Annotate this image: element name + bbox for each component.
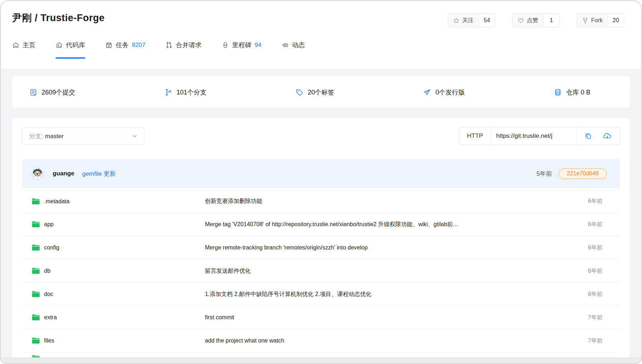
milestone-icon [222,42,229,49]
download-icon[interactable] [603,132,612,140]
protocol-select[interactable]: HTTP [459,127,491,145]
file-commit-message[interactable]: first commit [205,314,579,321]
praise-label: 点赞 [527,17,538,24]
stat-storage[interactable]: 仓库 0 B [554,88,590,97]
stat-releases[interactable]: 0个发行版 [423,88,465,97]
commits-icon [29,88,37,96]
repo-action-buttons: 关注 54 点赞 1 Fork [448,14,624,27]
latest-commit-row: guange gemfile 更新 5年前 221e70d648 [22,159,620,188]
file-row[interactable] [22,353,620,358]
page-title: 尹刚 / Trustie-Forge [12,11,105,24]
tab-issues-count: 8207 [132,42,145,49]
tab-home-label: 主页 [23,41,35,49]
repo-stats-bar: 2609个提交 101个分支 20个标签 0个发行版 [12,76,630,108]
tab-code[interactable]: 代码库 [56,41,85,52]
file-commit-time: 7年前 [588,337,603,345]
tab-milestones-count: 94 [255,42,262,49]
browser-window: 尹刚 / Trustie-Forge 关注 54 点赞 1 [0,0,642,364]
branch-selector[interactable]: 分支:master [22,127,144,145]
folder-icon [32,198,40,205]
repo-browser-card: 分支:master HTTP https://git.trustie.net/j [12,118,630,358]
stat-storage-label: 仓库 0 B [566,88,590,97]
commit-author[interactable]: guange [53,170,74,177]
branch-prefix-label: 分支: [29,133,43,140]
tab-activity-label: 动态 [292,41,305,49]
repo-icon [56,42,63,49]
repo-toolbar: 分支:master HTTP https://git.trustie.net/j [22,127,620,145]
file-commit-message[interactable]: Merge tag 'V20140708' of http://reposito… [205,221,579,228]
file-commit-message[interactable]: 创新竞赛添加删除功能 [205,198,579,205]
file-name[interactable]: .metadata [44,198,70,205]
tab-code-label: 代码库 [66,41,85,49]
stat-tags-label: 20个标签 [308,88,334,97]
page-body: 2609个提交 101个分支 20个标签 0个发行版 [1,69,641,358]
stat-releases-label: 0个发行版 [435,88,465,97]
branch-icon [164,88,172,96]
folder-icon [32,291,40,298]
tab-home[interactable]: 主页 [12,41,35,52]
clone-url-group: HTTP https://git.trustie.net/j [459,127,620,145]
file-commit-message[interactable]: 留言发送邮件优化 [205,267,579,275]
file-name[interactable]: doc [44,291,53,297]
stat-branches[interactable]: 101个分支 [164,88,207,97]
avatar[interactable] [31,167,44,180]
file-row[interactable]: db 留言发送邮件优化 6年前 [22,259,620,283]
file-commit-time: 6年前 [588,267,603,275]
tab-milestones[interactable]: 里程碑 94 [222,41,262,52]
file-row[interactable]: app Merge tag 'V20140708' of http://repo… [22,213,620,236]
file-name[interactable]: extra [44,314,57,321]
watch-count: 54 [479,14,495,27]
file-commit-message[interactable]: 1.添加文档 2.邮件中缺陷序号计算机制优化 2.项目、课程动态优化 [205,291,579,298]
clone-url-field[interactable]: https://git.trustie.net/j [491,127,576,145]
window-bottom-edge [1,358,641,364]
file-row[interactable]: .metadata 创新竞赛添加删除功能 6年前 [22,190,620,213]
release-icon [423,88,431,96]
stat-commits-label: 2609个提交 [42,88,75,97]
tab-issues[interactable]: 任务 8207 [105,41,145,52]
commit-message-link[interactable]: gemfile 更新 [82,170,116,178]
repo-tabs: 主页 代码库 任务 8207 合并请求 [12,41,305,52]
file-commit-message[interactable]: Merge remote-tracking branch 'remotes/or… [205,244,579,251]
file-name[interactable]: app [44,221,54,228]
watch-button[interactable]: 关注 54 [448,14,495,27]
file-name[interactable]: files [44,338,54,344]
folder-icon [32,244,40,251]
file-commit-time: 6年前 [588,221,603,228]
stat-commits[interactable]: 2609个提交 [29,88,75,97]
file-row[interactable]: extra first commit 7年前 [22,306,620,329]
folder-icon [32,337,40,344]
star-icon [453,18,459,24]
commit-hash-badge[interactable]: 221e70d648 [559,169,607,179]
praise-count: 1 [543,14,559,27]
file-row[interactable]: config Merge remote-tracking branch 'rem… [22,236,620,259]
file-row[interactable]: doc 1.添加文档 2.邮件中缺陷序号计算机制优化 2.项目、课程动态优化 6… [22,283,620,306]
stat-branches-label: 101个分支 [177,88,207,97]
home-icon [12,42,19,49]
task-icon [105,42,112,49]
branch-name: master [45,133,64,140]
file-name[interactable]: db [44,268,51,274]
stat-tags[interactable]: 20个标签 [296,88,334,97]
merge-icon [166,42,173,49]
tag-icon [296,88,303,96]
tab-merge-requests[interactable]: 合并请求 [166,41,202,52]
fork-label: Fork [591,17,603,24]
watch-label: 关注 [462,17,474,24]
chevron-down-icon [132,133,138,139]
copy-icon[interactable] [584,132,592,140]
commit-time: 5年前 [537,170,552,178]
fork-icon [582,18,588,24]
file-commit-time: 6年前 [588,198,603,205]
storage-icon [554,88,562,96]
folder-icon [32,221,40,228]
heart-icon [518,18,524,24]
file-name[interactable]: config [44,244,59,251]
file-commit-message[interactable]: add the project what one watch [205,338,579,344]
tab-milestones-label: 里程碑 [232,41,251,49]
tab-merge-requests-label: 合并请求 [176,41,202,49]
repo-header: 尹刚 / Trustie-Forge 关注 54 点赞 1 [1,1,641,69]
tab-activity[interactable]: 动态 [282,41,305,52]
fork-button[interactable]: Fork 20 [577,14,624,27]
praise-button[interactable]: 点赞 1 [512,14,560,27]
file-row[interactable]: files add the project what one watch 7年前 [22,329,620,353]
